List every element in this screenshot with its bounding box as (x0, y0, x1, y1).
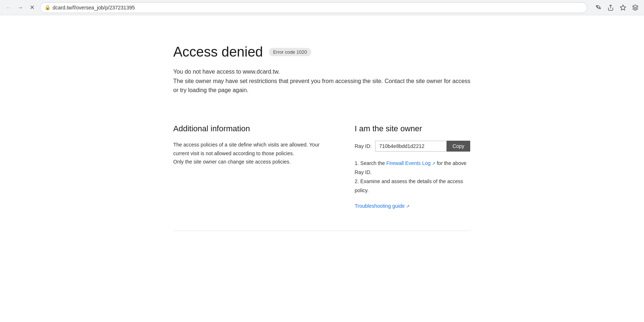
main-header: Access denied Error code 1020 (173, 44, 471, 60)
step1-prefix: 1. Search the (355, 160, 386, 166)
translate-button[interactable] (593, 3, 603, 13)
troubleshooting-guide-link[interactable]: Troubleshooting guide↗ (355, 203, 410, 209)
nav-buttons: ← → ✕ (4, 3, 37, 13)
description-line1: You do not have access to www.dcard.tw. (173, 69, 280, 75)
ray-id-field[interactable] (375, 141, 447, 152)
footer-divider (173, 231, 471, 231)
url-text: dcard.tw/f/oversea_job/p/237231395 (53, 5, 583, 11)
additional-info-section: Additional information The access polici… (173, 124, 326, 166)
bookmark-button[interactable] (618, 3, 628, 13)
additional-info-body: The access policies of a site define whi… (173, 141, 326, 166)
troubleshoot-external-icon: ↗ (406, 204, 410, 209)
ray-id-row: Ray ID: Copy (355, 141, 471, 152)
main-description: You do not have access to www.dcard.tw. … (173, 67, 471, 95)
copy-button[interactable]: Copy (447, 141, 470, 152)
lock-icon: 🔒 (45, 5, 50, 10)
ray-id-label: Ray ID: (355, 143, 372, 149)
share-button[interactable] (606, 3, 616, 13)
firewall-events-log-link[interactable]: Firewall Events Log↗ (386, 160, 435, 166)
site-owner-section: I am the site owner Ray ID: Copy 1. Sear… (355, 124, 471, 209)
description-line2: The site owner may have set restrictions… (173, 78, 471, 94)
steps-section: 1. Search the Firewall Events Log↗ for t… (355, 159, 471, 195)
forward-button[interactable]: → (15, 3, 25, 13)
svg-marker-0 (620, 5, 626, 10)
step2: 2. Examine and assess the details of the… (355, 177, 471, 195)
additional-info-line2: Only the site owner can change site acce… (173, 158, 326, 166)
page-content: Access denied Error code 1020 You do not… (159, 15, 485, 253)
additional-info-line1: The access policies of a site define whi… (173, 141, 326, 158)
error-badge: Error code 1020 (269, 48, 311, 56)
reload-button[interactable]: ✕ (27, 3, 37, 13)
toolbar-icons (593, 3, 640, 13)
step1: 1. Search the Firewall Events Log↗ for t… (355, 159, 471, 177)
back-button[interactable]: ← (4, 3, 14, 13)
browser-chrome: ← → ✕ 🔒 dcard.tw/f/oversea_job/p/2372313… (0, 0, 644, 15)
extensions-button[interactable] (630, 3, 640, 13)
external-link-icon: ↗ (432, 160, 435, 168)
two-col-layout: Additional information The access polici… (173, 124, 471, 209)
address-bar[interactable]: 🔒 dcard.tw/f/oversea_job/p/237231395 (40, 2, 587, 13)
additional-info-title: Additional information (173, 124, 326, 133)
site-owner-title: I am the site owner (355, 124, 471, 133)
page-title: Access denied (173, 44, 263, 60)
